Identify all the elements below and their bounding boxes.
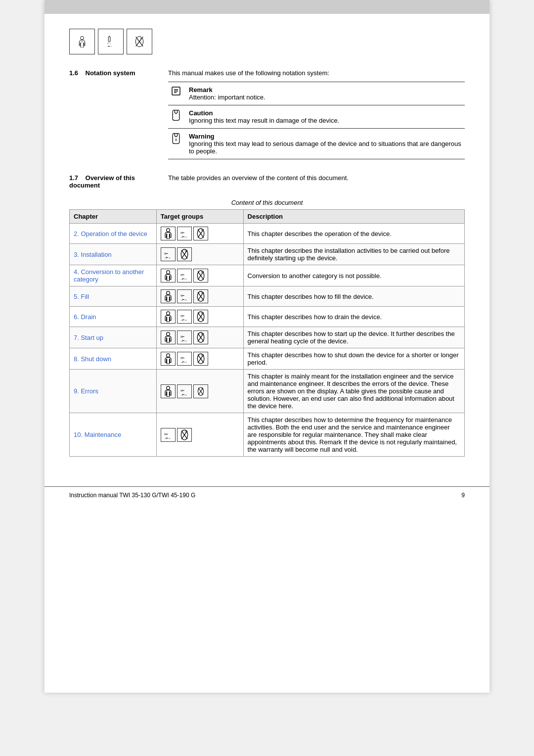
chapter-link[interactable]: 8. Shut down [74,355,111,363]
target-cell: Y⊢ ⊣⊢⊣ G [156,244,243,265]
desc-cell: This chapter describes how to shut down … [243,348,464,370]
cross-icon: G [177,428,192,442]
person-icon [76,36,88,47]
content-table: Chapter Target groups Description 2. Ope… [69,209,465,457]
chapter-link[interactable]: 3. Installation [74,251,112,258]
svg-rect-2 [108,37,110,42]
wrench-icon: Y⊢ ⊣⊢⊣ [161,428,176,442]
svg-text:G: G [185,429,187,432]
person-icon [161,331,176,344]
cross-icon-box: G [127,29,152,54]
svg-text:Y⊢: Y⊢ [180,232,184,235]
chapter-cell: 9. Errors [70,370,157,413]
chapter-link[interactable]: 9. Errors [74,387,98,395]
chapter-cell: 2. Operation of the device [70,224,157,244]
svg-text:Y⊢: Y⊢ [180,335,184,338]
remark-label: Remark [189,86,462,94]
section-16-title: Notation system [86,69,135,77]
chapter-link[interactable]: 2. Operation of the device [74,230,147,237]
desc-cell: This chapter is mainly meant for the ins… [243,370,464,413]
svg-text:⊣⊢⊣: ⊣⊢⊣ [180,339,186,342]
svg-text:Y⊢: Y⊢ [180,357,184,360]
section-17-number: 1.7 [69,174,78,182]
svg-text:G: G [201,332,203,335]
chapter-link[interactable]: 5. Fill [74,293,89,300]
target-icons: Y⊢ ⊣⊢⊣ G [161,269,239,283]
person-icon [161,269,176,283]
desc-cell: This chapter describes the operation of … [243,224,464,244]
svg-point-15 [166,229,170,232]
cross-icon: G [193,310,208,324]
table-row: 2. Operation of the device [70,224,465,244]
section-16-number: 1.6 [69,69,78,77]
section-17-title: Overview of this document [69,174,135,189]
chapter-link[interactable]: 7. Start up [74,334,103,341]
svg-text:G: G [201,291,203,294]
warning-text: Warning Ignoring this text may lead to s… [186,129,465,159]
section-16-body: This manual makes use of the following n… [168,69,465,159]
svg-text:⊣⊢⊣: ⊣⊢⊣ [180,236,186,238]
remark-icon [168,82,186,105]
wrench-icon: Y⊢ ⊣⊢⊣ [177,227,192,240]
svg-text:⊣⊢⊣: ⊣⊢⊣ [164,256,170,259]
notation-table: Remark Attention: important notice. [168,82,465,159]
footer-left: Instruction manual TWI 35-130 G/TWI 45-1… [69,492,195,499]
target-cell: Y⊢ ⊣⊢⊣ G [156,286,243,307]
svg-text:Y⊢: Y⊢ [180,274,184,277]
target-cell: Y⊢ ⊣⊢⊣ G [156,307,243,327]
caution-text: Caution Ignoring this text may result in… [186,105,465,129]
svg-text:G: G [201,354,203,357]
target-cell: Y⊢ ⊣⊢⊣ G [156,413,243,457]
svg-text:G: G [185,249,187,252]
notation-caution: Caution Ignoring this text may result in… [168,105,465,129]
svg-point-49 [166,332,170,336]
wrench-icon: Y⊢ ⊣⊢⊣ [177,289,192,303]
col-description: Description [243,210,464,224]
caution-desc: Ignoring this text may result in damage … [189,117,462,124]
chapter-link[interactable]: 6. Drain [74,313,96,321]
wrench-icon: Y⊣ ⊣⊢⊣ [105,36,117,47]
table-row: 3. Installation Y⊢ ⊣⊢⊣ [70,244,465,265]
table-row: 4. Conversion to another category [70,265,465,286]
section-17-title-line2: document [69,182,100,189]
target-cell: Y⊢ ⊣⊢⊣ G [156,348,243,370]
svg-point-35 [166,291,170,295]
footer: Instruction manual TWI 35-130 G/TWI 45-1… [44,486,490,504]
table-row: 8. Shut down [70,348,465,370]
content: Y⊣ ⊣⊢⊣ G 1.6 Notation system This m [44,14,490,476]
cross-icon: G [193,352,208,366]
wrench-icon: Y⊢ ⊣⊢⊣ [161,247,176,261]
svg-text:Y⊣: Y⊣ [107,42,111,45]
desc-cell: This chapter describes how to drain the … [243,307,464,327]
wrench-icon: Y⊢ ⊣⊢⊣ [177,331,192,344]
section-16-intro: This manual makes use of the following n… [168,69,465,77]
svg-point-0 [81,36,84,40]
chapter-link[interactable]: 4. Conversion to another category [74,268,144,283]
table-header-row: Chapter Target groups Description [70,210,465,224]
chapter-link[interactable]: 10. Maintenance [74,431,121,438]
svg-text:G: G [201,312,203,315]
cross-icon: G [177,247,192,261]
section-17-intro: The table provides an overview of the co… [168,174,465,182]
chapter-cell: 6. Drain [70,307,157,327]
footer-right: 9 [461,492,465,499]
table-row: 5. Fill Y⊢ [70,286,465,307]
page: Y⊣ ⊣⊢⊣ G 1.6 Notation system This m [44,0,490,693]
svg-point-42 [166,312,170,315]
chapter-cell: 4. Conversion to another category [70,265,157,286]
chapter-cell: 5. Fill [70,286,157,307]
target-icons: Y⊢ ⊣⊢⊣ G [161,227,239,240]
caution-icon [168,105,186,129]
wrench-icon-box: Y⊣ ⊣⊢⊣ [98,29,124,54]
target-cell: Y⊢ ⊣⊢⊣ G [156,224,243,244]
col-chapter: Chapter [70,210,157,224]
table-row: 10. Maintenance Y⊢ ⊣⊢⊣ [70,413,465,457]
svg-text:⊣⊢⊣: ⊣⊢⊣ [180,319,186,322]
remark-desc: Attention: important notice. [189,94,462,101]
person-icon-box [69,29,95,54]
desc-cell: This chapter describes how to fill the d… [243,286,464,307]
person-icon [161,352,176,366]
svg-text:Y⊢: Y⊢ [180,315,184,318]
wrench-icon: Y⊢ ⊣⊢⊣ [177,269,192,283]
target-cell: Y⊢ ⊣⊢⊣ G [156,327,243,348]
